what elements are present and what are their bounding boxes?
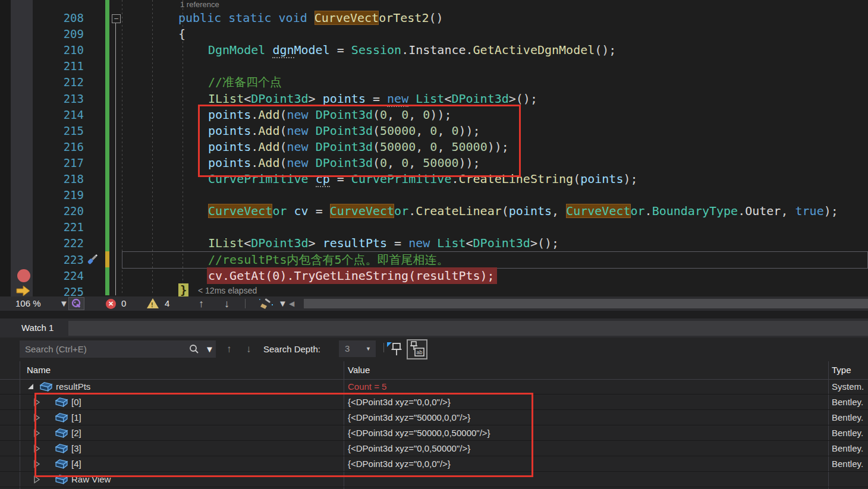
- warning-count[interactable]: 4: [165, 296, 169, 311]
- watch-row-type: System.: [832, 379, 864, 394]
- document-health-icon[interactable]: [68, 297, 84, 310]
- screwdriver-icon: [86, 253, 99, 266]
- warning-icon[interactable]: !: [147, 298, 159, 308]
- track-changes-green: [105, 0, 109, 251]
- line-number-216: 216: [33, 138, 84, 155]
- line-number-222: 222: [33, 235, 84, 251]
- ide-window: – 1 reference public static void CurveVe…: [0, 0, 868, 489]
- line-number-213: 213: [33, 90, 84, 107]
- watch-title: Watch 1: [21, 318, 54, 337]
- watch-row-type: Bentley.: [832, 425, 863, 440]
- line-number-218: 218: [33, 171, 84, 187]
- column-header-type[interactable]: Type: [832, 361, 851, 379]
- line-number-225: 225: [33, 283, 84, 296]
- search-depth-label: Search Depth:: [263, 340, 320, 358]
- perf-tip: < 12ms elapsed: [198, 286, 257, 295]
- collapse-region-button[interactable]: –: [112, 14, 121, 23]
- title-grip: [68, 321, 868, 336]
- search-dropdown-caret[interactable]: ▼: [205, 340, 214, 358]
- panel-divider: [0, 311, 868, 318]
- horizontal-scrollbar-thumb[interactable]: [304, 299, 868, 308]
- zoom-dropdown-caret[interactable]: ▼: [59, 296, 68, 311]
- code-line-222[interactable]: IList<DPoint3d> resultPts = new List<DPo…: [208, 235, 559, 251]
- watch-table-header: Name Value Type: [0, 361, 868, 380]
- line-number-214: 214: [33, 106, 84, 123]
- outlining-line: [115, 22, 116, 295]
- line-number-220: 220: [33, 203, 84, 219]
- line-number-211: 211: [33, 58, 84, 74]
- separator: [383, 343, 384, 352]
- next-icon[interactable]: ↓: [246, 340, 251, 358]
- watch-row-type: Bentley.: [832, 441, 863, 456]
- cleanup-dropdown-caret[interactable]: ▼: [278, 296, 287, 311]
- annotation-box-code: [198, 105, 521, 177]
- code-line-224[interactable]: cv.GetAt(0).TryGetLineString(resultPts);: [207, 267, 497, 284]
- editor-status-bar: 106 % ▼ ✕ 0 ! 4 ↑ ↓ ▼ ◀: [0, 296, 868, 311]
- code-line-208[interactable]: public static void CurveVectorTest2(): [178, 10, 444, 26]
- search-depth-value: 3: [345, 340, 350, 357]
- code-line-212[interactable]: //准备四个点: [208, 74, 282, 90]
- watch-title-bar[interactable]: Watch 1: [0, 318, 868, 337]
- zoom-level[interactable]: 106 %: [15, 296, 41, 311]
- watch-toolbar: ▼ ↑ ↓ Search Depth: 3 ▼ a: [0, 337, 868, 361]
- column-header-name[interactable]: Name: [27, 361, 51, 379]
- code-line-210[interactable]: DgnModel dgnModel = Session.Instance.Get…: [208, 42, 616, 58]
- column-header-value[interactable]: Value: [348, 361, 370, 379]
- prev-icon[interactable]: ↑: [227, 340, 232, 358]
- expander-open-icon[interactable]: [28, 384, 33, 389]
- pinnable-properties-button[interactable]: ab: [407, 339, 427, 359]
- separator: [245, 299, 246, 308]
- pin-icon[interactable]: [386, 342, 404, 357]
- watch-row-name: resultPts: [56, 379, 90, 394]
- search-icon[interactable]: [189, 344, 199, 354]
- watch-row-value[interactable]: Count = 5: [348, 379, 386, 394]
- track-changes-green: [105, 267, 109, 295]
- line-number-224: 224: [33, 267, 84, 284]
- pin-ab-label: ab: [417, 349, 423, 355]
- watch-row-type: Bentley.: [832, 395, 863, 409]
- line-number-212: 212: [33, 74, 84, 90]
- code-line-223[interactable]: //resultPts内包含有5个点。即首尾相连。: [208, 251, 449, 268]
- search-input[interactable]: [20, 340, 216, 358]
- line-number-209: 209: [33, 26, 84, 42]
- scroll-left-icon[interactable]: ◀: [289, 296, 294, 311]
- code-cleanup-icon[interactable]: [257, 298, 274, 310]
- line-number-223: 223: [33, 251, 84, 268]
- track-changes-yellow: [105, 251, 109, 267]
- search-depth-combo[interactable]: 3 ▼: [339, 340, 376, 357]
- brace-match-highlight: }: [178, 283, 188, 296]
- error-icon[interactable]: ✕: [106, 299, 116, 309]
- line-number-215: 215: [33, 122, 84, 139]
- line-number-221: 221: [33, 219, 84, 235]
- watch-row-type: Bentley.: [832, 410, 863, 425]
- line-number-217: 217: [33, 154, 84, 171]
- error-count[interactable]: 0: [121, 296, 126, 311]
- editor-left-edge: [0, 0, 11, 296]
- nav-up-icon[interactable]: ↑: [199, 296, 204, 311]
- nav-down-icon[interactable]: ↓: [224, 296, 229, 311]
- annotation-box-watch: [34, 393, 533, 477]
- combo-caret: ▼: [366, 340, 371, 357]
- line-number-208: 208: [33, 10, 84, 26]
- line-number-210: 210: [33, 42, 84, 58]
- line-number-219: 219: [33, 187, 84, 203]
- code-line-220[interactable]: CurveVector cv = CurveVector.CreateLinea…: [208, 203, 838, 219]
- breakpoint-margin[interactable]: [11, 0, 33, 296]
- watch-row-type: Bentley.: [832, 456, 863, 471]
- codelens-references[interactable]: 1 reference: [180, 0, 219, 10]
- breakpoint-dot[interactable]: [17, 269, 30, 282]
- execution-arrow-icon: [16, 285, 30, 296]
- code-line-209[interactable]: {: [178, 26, 185, 42]
- object-box-icon: [39, 381, 53, 394]
